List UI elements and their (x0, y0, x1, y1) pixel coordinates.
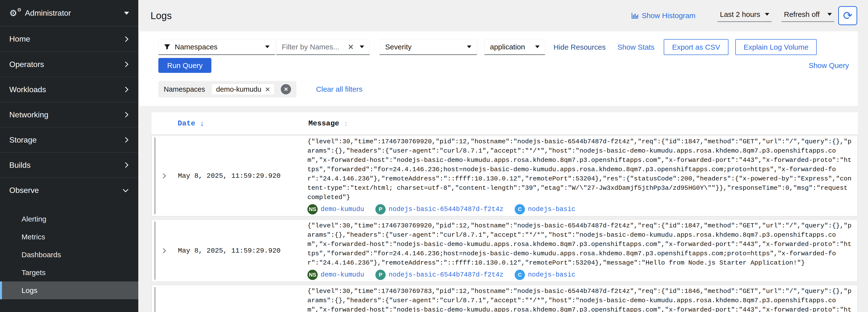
time-range-select[interactable]: Last 2 hours (717, 9, 772, 22)
refresh-button[interactable]: ⟳ (838, 6, 857, 25)
show-query-link[interactable]: Show Query (809, 61, 849, 70)
pod-badge-icon: P (375, 204, 385, 215)
refresh-interval-select[interactable]: Refresh off (781, 9, 834, 22)
chevron-right-icon (123, 137, 128, 143)
log-message: {"level":30,"time":1746730769920,"pid":1… (307, 221, 853, 267)
container-link[interactable]: nodejs-basic (528, 206, 575, 213)
container-link[interactable]: nodejs-basic (528, 271, 575, 279)
sidebar-item-logs[interactable]: Logs (0, 281, 138, 299)
sidebar-item-builds[interactable]: Builds (0, 152, 138, 177)
filters-toolbar: Namespaces Filter by Names... × Severity… (140, 31, 858, 106)
table-header: Date ↓ Message ↕ (152, 112, 858, 135)
sidebar-item-operators[interactable]: Operators (0, 52, 138, 77)
row-accent-bar (154, 287, 156, 312)
namespace-resource: NS demo-kumudu (307, 270, 364, 280)
caret-down-icon (265, 46, 270, 48)
log-row: May 8, 2025, 11:59:29.784 {"level":30,"t… (152, 285, 858, 312)
namespaces-chip-group: Namespaces demo-kumudu × × (158, 81, 297, 97)
log-row: May 8, 2025, 11:59:29.920 {"level":30,"t… (152, 135, 858, 217)
clear-input-icon[interactable]: × (348, 42, 353, 51)
time-range-value: Last 2 hours (720, 10, 760, 19)
expand-row-button[interactable] (155, 221, 172, 280)
attribute-filter-select[interactable]: Namespaces (158, 39, 275, 55)
refresh-interval-value: Refresh off (784, 10, 819, 19)
sidebar-item-label: Workloads (9, 85, 46, 94)
filter-chip: demo-kumudu × (211, 84, 274, 95)
sidebar: ⚙⚙ Administrator Home Operators Workload… (0, 0, 138, 312)
sidebar-item-observe[interactable]: Observe (0, 177, 138, 203)
remove-chip-icon[interactable]: × (266, 85, 270, 93)
sort-icon: ↕ (344, 119, 348, 127)
export-csv-button[interactable]: Export as CSV (664, 39, 728, 55)
sidebar-item-workloads[interactable]: Workloads (0, 77, 138, 102)
sort-descending-icon: ↓ (200, 119, 204, 128)
filter-row: Namespaces Filter by Names... × Severity… (158, 39, 851, 55)
sidebar-item-alerting[interactable]: Alerting (0, 210, 138, 228)
gear-icon: ⚙⚙ (9, 8, 20, 19)
log-date: May 8, 2025, 11:59:29.920 (172, 137, 307, 215)
clear-chip-group-icon[interactable]: × (281, 84, 291, 94)
pod-link[interactable]: nodejs-basic-6544b7487d-f2t4z (389, 271, 503, 279)
sidebar-item-dashboards[interactable]: Dashboards (0, 246, 138, 263)
pod-badge-icon: P (375, 270, 385, 280)
pod-resource: P nodejs-basic-6544b7487d-f2t4z (375, 270, 503, 280)
container-badge-icon: C (515, 204, 525, 215)
perspective-label: Administrator (25, 8, 71, 18)
page-title: Logs (151, 10, 172, 21)
sidebar-item-targets[interactable]: Targets (0, 263, 138, 281)
expand-row-button[interactable] (155, 287, 172, 312)
log-message-cell: {"level":30,"time":1746730769783,"pid":1… (307, 287, 854, 312)
namespace-resource: NS demo-kumudu (307, 204, 364, 215)
sidebar-item-metrics[interactable]: Metrics (0, 228, 138, 246)
run-query-button[interactable]: Run Query (158, 58, 211, 73)
chip-group-label: Namespaces (164, 85, 205, 93)
hide-resources-link[interactable]: Hide Resources (554, 43, 606, 51)
sidebar-nav: Home Operators Workloads Networking Stor… (0, 26, 138, 299)
filter-funnel-icon (164, 44, 170, 50)
expand-row-button[interactable] (155, 137, 172, 215)
page-header: Logs Show Histogram Last 2 hours Refresh… (138, 0, 868, 31)
caret-down-icon (535, 46, 539, 48)
date-header-label: Date (178, 119, 195, 127)
perspective-switcher[interactable]: ⚙⚙ Administrator (0, 0, 138, 26)
log-row: May 8, 2025, 11:59:29.920 {"level":30,"t… (152, 219, 858, 282)
log-type-select[interactable]: application (484, 39, 545, 55)
clear-all-filters-link[interactable]: Clear all filters (316, 85, 363, 93)
log-type-value: application (490, 43, 525, 51)
chevron-right-icon (160, 173, 166, 178)
sidebar-item-label: Targets (22, 268, 45, 277)
caret-down-icon (467, 46, 471, 48)
show-stats-link[interactable]: Show Stats (617, 43, 654, 51)
sidebar-item-label: Logs (22, 286, 37, 295)
pod-link[interactable]: nodejs-basic-6544b7487d-f2t4z (389, 206, 503, 213)
caret-down-icon[interactable] (360, 46, 364, 48)
sidebar-item-label: Builds (9, 161, 31, 170)
show-histogram-link[interactable]: Show Histogram (631, 11, 695, 20)
sidebar-item-networking[interactable]: Networking (0, 102, 138, 127)
namespace-link[interactable]: demo-kumudu (320, 271, 364, 279)
date-column-header[interactable]: Date ↓ (172, 119, 307, 128)
resource-badges: NS demo-kumudu P nodejs-basic-6544b7487d… (307, 204, 853, 215)
message-column-header[interactable]: Message ↕ (307, 119, 858, 127)
log-message-cell: {"level":30,"time":1746730769920,"pid":1… (307, 221, 854, 280)
sidebar-item-label: Storage (9, 136, 37, 144)
namespace-link[interactable]: demo-kumudu (320, 206, 364, 213)
sidebar-item-label: Dashboards (22, 251, 61, 259)
sidebar-item-label: Observe (9, 186, 39, 195)
severity-label: Severity (385, 43, 411, 51)
app-root: ⚙⚙ Administrator Home Operators Workload… (0, 0, 868, 312)
sidebar-item-label: Networking (9, 110, 49, 119)
chevron-right-icon (123, 162, 128, 168)
log-date: May 8, 2025, 11:59:29.920 (172, 221, 307, 280)
container-resource: C nodejs-basic (515, 204, 575, 215)
namespace-badge-icon: NS (307, 270, 318, 280)
caret-down-icon (765, 13, 769, 16)
sidebar-item-label: Home (9, 34, 30, 44)
sidebar-item-home[interactable]: Home (0, 26, 138, 52)
name-filter-input[interactable]: Filter by Names... × (276, 39, 370, 55)
sidebar-item-storage[interactable]: Storage (0, 127, 138, 152)
severity-select[interactable]: Severity (379, 39, 477, 55)
log-message-cell: {"level":30,"time":1746730769920,"pid":1… (307, 137, 854, 215)
caret-down-icon (124, 12, 129, 15)
explain-log-volume-button[interactable]: Explain Log Volume (735, 39, 817, 55)
